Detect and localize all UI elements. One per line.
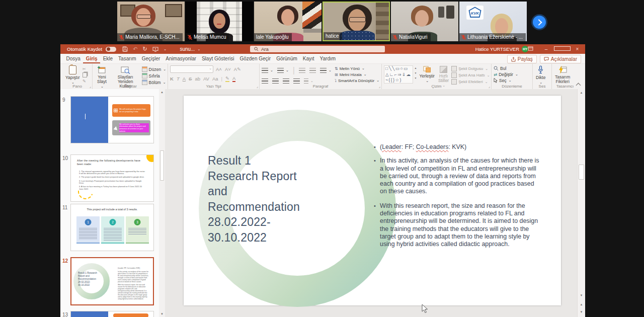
bullet-list-button[interactable]: ⌄ — [262, 68, 273, 73]
underline-button[interactable]: A — [183, 76, 186, 82]
participant-tile[interactable]: lale Yakupoğlu — [254, 2, 321, 41]
bold-button[interactable]: K — [170, 76, 174, 82]
decrease-indent-button[interactable] — [299, 68, 305, 73]
grow-font-button[interactable]: A˄ — [216, 66, 222, 72]
previous-slide-button[interactable]: ▲ — [578, 303, 585, 306]
undo-icon[interactable]: ↶ — [133, 46, 137, 52]
main-scrollbar-thumb[interactable] — [579, 165, 584, 180]
participant-tile-active-speaker[interactable]: hatice — [323, 2, 390, 41]
tab-gecisler[interactable]: Geçişler — [139, 54, 163, 63]
scroll-up-icon[interactable]: ▲ — [159, 91, 165, 94]
columns-button[interactable]: ⌄ — [304, 78, 313, 84]
redo-icon[interactable]: ↻ — [142, 46, 147, 52]
tab-slayt-gosterisi[interactable]: Slayt Gösterisi — [199, 54, 236, 63]
cut-button[interactable]: ✂ — [83, 66, 87, 71]
paste-button[interactable]: Yapıştır⌄ — [64, 65, 81, 83]
tab-animasyonlar[interactable]: Animasyonlar — [163, 54, 199, 63]
layout-button[interactable]: Düzen⌄ — [142, 66, 166, 72]
format-painter-button[interactable]: ✎ — [83, 78, 87, 84]
shapes-gallery[interactable]: □╲╲▭○▭ △∟⌐⇒⇓☁ ~({}☆) — [384, 65, 413, 84]
increase-indent-button[interactable] — [309, 68, 316, 73]
participant-tile[interactable]: NataliaViguri — [391, 2, 458, 41]
participant-tile[interactable]: KVK Lithuania Ežerskienė - ... — [459, 2, 527, 41]
character-spacing-button[interactable]: ab — [195, 76, 200, 82]
save-icon[interactable] — [122, 46, 128, 52]
tab-yardim[interactable]: Yardım — [317, 54, 339, 63]
drawing-dialog-launcher[interactable]: ⌟ — [489, 85, 490, 89]
thumbnail-scrollbar-thumb[interactable] — [160, 150, 164, 181]
copy-button[interactable] — [83, 72, 87, 77]
design-ideas-button[interactable]: TasarımFikirleri — [554, 65, 571, 83]
slide-thumbnail-9[interactable]: We will send you the project logo, we ar… — [70, 96, 154, 143]
slide-body-text[interactable]: (Leader: FF; Co-Leaders: KVK) In this ac… — [373, 143, 541, 255]
shapes-gallery-scroll[interactable]: ▲▼▼ — [415, 65, 417, 83]
tab-ekle[interactable]: Ekle — [100, 54, 115, 63]
new-slide-button[interactable]: YeniSlayt ⌄ — [95, 65, 109, 83]
dictate-button[interactable]: Dikte⌄ — [535, 65, 546, 83]
scroll-down-icon[interactable]: ▼ — [159, 312, 165, 315]
font-color-button[interactable]: A — [232, 75, 235, 82]
document-title[interactable]: sunu...⌄ — [180, 46, 200, 52]
thumbnail-scrollbar[interactable]: ▲ ▼ — [159, 89, 165, 317]
share-button[interactable]: Paylaş — [507, 55, 537, 63]
restore-button[interactable] — [554, 46, 570, 52]
text-spacing-button[interactable]: AV — [203, 76, 209, 82]
slide-thumbnail-11[interactable]: This project will include a total of 3 r… — [70, 204, 154, 251]
italic-button[interactable]: T — [177, 76, 180, 82]
justify-button[interactable] — [293, 78, 300, 84]
slide-thumbnail-12-selected[interactable]: Result 1 Research Report and Recommendat… — [70, 257, 154, 305]
slide-canvas[interactable]: Result 1 Research Report and Recommendat… — [184, 96, 561, 305]
text-direction-button[interactable]: ⇅Metin Yönü⌄ — [335, 66, 379, 71]
reset-button[interactable]: Sıfırla — [142, 73, 166, 78]
participant-tile[interactable]: Maria Malliora, E-SCH... — [117, 2, 185, 41]
strikethrough-button[interactable]: S — [189, 76, 192, 82]
account-block[interactable]: Hatice YURTSEVER HY — [475, 44, 528, 54]
align-center-button[interactable] — [272, 78, 279, 84]
minimize-button[interactable]: – — [538, 46, 554, 52]
scroll-down-icon[interactable]: ▼ — [578, 294, 585, 297]
select-button[interactable]: Seç⌄ — [494, 78, 518, 83]
change-case-button[interactable]: Aa — [212, 76, 218, 82]
quick-styles-button[interactable]: HızlıStiller ⌄ — [437, 65, 450, 83]
font-dialog-launcher[interactable]: ⌟ — [257, 85, 258, 89]
start-slideshow-icon[interactable] — [152, 47, 158, 52]
customize-quick-access-icon[interactable]: ⌄ — [164, 47, 167, 51]
main-scrollbar[interactable]: ▲ ▼ ▲ ▼ — [577, 89, 585, 317]
tab-dosya[interactable]: Dosya — [63, 54, 83, 63]
reuse-slides-button[interactable]: SlaytlarıYeniden Kullan — [111, 65, 140, 83]
paragraph-dialog-launcher[interactable]: ⌟ — [379, 85, 380, 89]
font-name-combo[interactable] — [170, 65, 213, 73]
align-text-button[interactable]: ⊞Metni Hizala⌄ — [335, 72, 379, 77]
clear-format-button[interactable]: A✎ — [234, 66, 241, 72]
slide-title[interactable]: Result 1 Research Report and Recommendat… — [208, 153, 334, 245]
ribbon-display-options-icon[interactable] — [523, 46, 538, 52]
slide-thumbnail-13[interactable] — [70, 311, 154, 317]
highlight-color-button[interactable]: ✎ — [225, 75, 229, 82]
shrink-font-button[interactable]: A˅ — [225, 66, 231, 72]
arrange-button[interactable]: Yerleştir⌄ — [419, 65, 436, 83]
align-left-button[interactable] — [262, 78, 268, 84]
next-participants-button[interactable] — [533, 16, 546, 29]
tab-kayit[interactable]: Kayıt — [300, 54, 317, 63]
comments-button[interactable]: Açıklamalar — [540, 55, 581, 63]
clipboard-dialog-launcher[interactable]: ⌟ — [90, 85, 91, 89]
scroll-up-icon[interactable]: ▲ — [578, 91, 585, 94]
convert-smartart-button[interactable]: ⤵SmartArt'a Dönüştür⌄ — [335, 78, 379, 83]
search-box[interactable]: Ara — [250, 46, 385, 52]
shape-outline-button[interactable]: Şekil Ana Hattı⌄ — [451, 72, 490, 78]
tab-tasarim[interactable]: Tasarım — [116, 54, 139, 63]
line-spacing-button[interactable]: ⌄ — [320, 68, 332, 73]
shape-fill-button[interactable]: Şekil Dolgusu⌄ — [451, 66, 490, 71]
next-slide-button[interactable]: ▼ — [578, 310, 585, 313]
close-button[interactable]: × — [570, 46, 585, 52]
tab-gorunum[interactable]: Görünüm — [274, 54, 300, 63]
find-button[interactable]: Bul — [494, 66, 518, 71]
numbered-list-button[interactable]: ⌄ — [277, 68, 289, 73]
tab-gozden-gecir[interactable]: Gözden Geçir — [237, 54, 274, 63]
tab-giris[interactable]: Giriş — [83, 54, 100, 63]
replace-button[interactable]: ⇄Değiştir⌄ — [494, 72, 518, 77]
participant-tile[interactable]: Melisa Mumcu — [186, 2, 253, 41]
slide-thumbnail-10[interactable]: After the meeting the following developm… — [70, 154, 154, 202]
autosave-toggle[interactable] — [106, 47, 116, 52]
align-right-button[interactable] — [283, 78, 289, 84]
